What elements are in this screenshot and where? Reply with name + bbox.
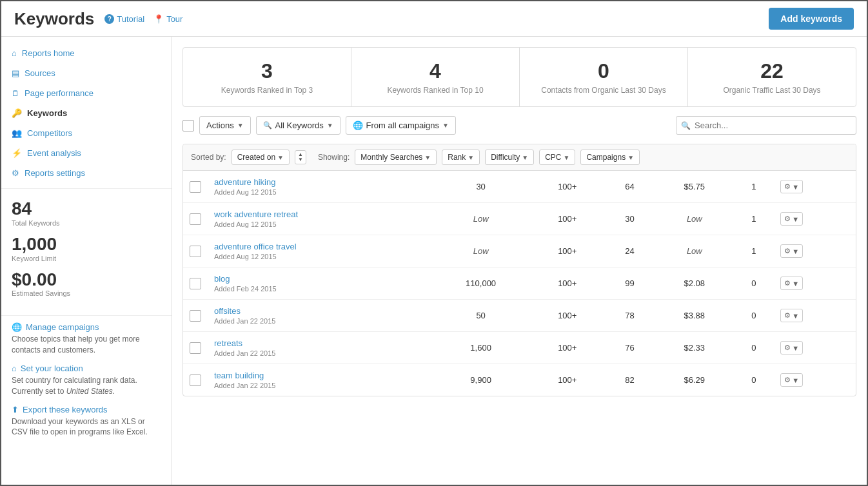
row-actions: ⚙ ▼ [774, 332, 856, 364]
sidebar-item-event-analysis[interactable]: ⚡ Event analysis [1, 143, 172, 163]
row-gear-button[interactable]: ⚙ ▼ [780, 212, 803, 226]
set-location-link[interactable]: ⌂ Set your location [12, 364, 161, 373]
keyword-cell: work adventure retreat Added Aug 12 2015 [208, 203, 431, 235]
row-gear-icon: ⚙ [784, 279, 791, 287]
select-all-checkbox[interactable] [182, 120, 194, 131]
table-row: adventure hiking Added Aug 12 2015 30 10… [183, 171, 856, 203]
row-checkbox[interactable] [190, 181, 201, 193]
sidebar-links: 🌐 Manage campaigns Choose topics that he… [1, 315, 172, 452]
contacts-label: Contacts from Organic Last 30 Days [526, 86, 681, 95]
difficulty-cell: 99 [604, 267, 656, 300]
sorted-by-arrow: ▼ [277, 154, 284, 161]
campaigns-cell: 0 [733, 267, 774, 300]
keyword-date: Added Aug 12 2015 [214, 220, 424, 228]
sidebar-item-keywords[interactable]: 🔑 Keywords [1, 103, 172, 123]
keyword-date: Added Jan 22 2015 [214, 382, 424, 389]
keyword-limit-label: Keyword Limit [12, 255, 161, 262]
campaign-filter-dropdown[interactable]: 🌐 From all campaigns ▼ [346, 116, 456, 135]
row-gear-button[interactable]: ⚙ ▼ [780, 341, 803, 355]
sidebar-label-reports-home: Reports home [22, 48, 75, 58]
keywords-table: adventure hiking Added Aug 12 2015 30 10… [183, 171, 856, 396]
row-checkbox[interactable] [190, 246, 201, 257]
sidebar: ⌂ Reports home ▤ Sources 🗒 Page performa… [1, 37, 172, 485]
sidebar-item-page-performance[interactable]: 🗒 Page performance [1, 83, 172, 103]
row-actions: ⚙ ▼ [774, 203, 856, 235]
sorted-by-dropdown[interactable]: Created on ▼ [232, 150, 290, 165]
traffic-label: Organic Traffic Last 30 Days [695, 86, 849, 95]
cpc-cell: Low [655, 235, 733, 267]
tutorial-label: Tutorial [117, 14, 144, 24]
stat-card-contacts: 0 Contacts from Organic Last 30 Days [520, 48, 688, 106]
campaigns-dropdown[interactable]: Campaigns ▼ [580, 150, 640, 165]
manage-campaigns-link[interactable]: 🌐 Manage campaigns [12, 322, 161, 332]
row-actions: ⚙ ▼ [774, 171, 856, 203]
keyword-link[interactable]: adventure office travel [214, 242, 297, 251]
sidebar-label-reports-settings: Reports settings [25, 168, 85, 178]
campaigns-cell: 0 [733, 332, 774, 364]
keyword-cell: team building Added Jan 22 2015 [208, 364, 431, 396]
row-checkbox[interactable] [190, 374, 201, 386]
pin-icon: 📍 [153, 14, 164, 24]
row-gear-button[interactable]: ⚙ ▼ [780, 180, 803, 193]
keyword-link[interactable]: retreats [214, 338, 242, 348]
table-row: team building Added Jan 22 2015 9,900 10… [183, 364, 856, 396]
key-icon: 🔑 [12, 108, 22, 118]
keyword-link[interactable]: offsites [214, 306, 241, 316]
keyword-link[interactable]: work adventure retreat [214, 209, 298, 219]
keyword-cell: adventure office travel Added Aug 12 201… [208, 235, 431, 267]
sidebar-item-reports-home[interactable]: ⌂ Reports home [1, 43, 172, 63]
row-gear-button[interactable]: ⚙ ▼ [780, 373, 803, 387]
top10-label: Keywords Ranked in Top 10 [358, 86, 513, 95]
monthly-searches-cell: 9,900 [431, 364, 531, 396]
search-input[interactable] [676, 116, 856, 135]
row-checkbox[interactable] [190, 278, 201, 289]
row-dropdown-arrow: ▼ [792, 183, 799, 191]
rank-cell: 100+ [531, 300, 604, 332]
sort-direction-toggle[interactable]: ▲ ▼ [295, 150, 306, 164]
set-location-item: ⌂ Set your location Set country for calc… [12, 364, 161, 397]
keyword-date: Added Feb 24 2015 [214, 285, 424, 293]
cpc-cell: $2.33 [655, 332, 733, 364]
row-dropdown-arrow: ▼ [792, 344, 799, 352]
cpc-cell: $6.29 [655, 364, 733, 396]
sort-row: Sorted by: Created on ▼ ▲ ▼ Showing: Mon… [183, 144, 856, 171]
cpc-dropdown[interactable]: CPC ▼ [539, 150, 575, 165]
add-keywords-button[interactable]: Add keywords [769, 8, 854, 30]
filter-keywords-dropdown[interactable]: 🔍 All Keywords ▼ [256, 116, 340, 135]
row-gear-icon: ⚙ [784, 215, 791, 223]
export-keywords-link[interactable]: ⬆ Export these keywords [12, 405, 161, 414]
row-checkbox[interactable] [190, 310, 201, 322]
row-gear-button[interactable]: ⚙ ▼ [780, 309, 803, 322]
row-gear-button[interactable]: ⚙ ▼ [780, 277, 803, 290]
sidebar-item-sources[interactable]: ▤ Sources [1, 63, 172, 83]
export-keywords-item: ⬆ Export these keywords Download your ke… [12, 405, 161, 438]
rank-cell: 100+ [531, 267, 604, 300]
difficulty-cell: 30 [604, 203, 656, 235]
row-dropdown-arrow: ▼ [792, 312, 799, 320]
difficulty-dropdown[interactable]: Difficulty ▼ [485, 150, 534, 165]
row-checkbox[interactable] [190, 213, 201, 225]
difficulty-cell: 24 [604, 235, 656, 267]
sidebar-item-competitors[interactable]: 👥 Competitors [1, 123, 172, 143]
sidebar-item-reports-settings[interactable]: ⚙ Reports settings [1, 163, 172, 183]
campaigns-cell: 0 [733, 300, 774, 332]
monthly-searches-dropdown[interactable]: Monthly Searches ▼ [355, 150, 437, 165]
keyword-link[interactable]: blog [214, 274, 230, 284]
cpc-cell: $5.75 [655, 171, 733, 203]
keyword-link[interactable]: adventure hiking [214, 177, 275, 187]
row-gear-button[interactable]: ⚙ ▼ [780, 244, 803, 258]
monthly-searches-cell: 30 [431, 171, 531, 203]
table-row: work adventure retreat Added Aug 12 2015… [183, 203, 856, 235]
actions-dropdown[interactable]: Actions ▼ [199, 116, 251, 135]
tour-link[interactable]: 📍 Tour [153, 14, 182, 24]
keyword-link[interactable]: team building [214, 371, 264, 380]
tutorial-link[interactable]: ? Tutorial [104, 14, 144, 24]
total-keywords-value: 84 [12, 199, 161, 219]
traffic-value: 22 [695, 59, 849, 83]
keyword-cell: blog Added Feb 24 2015 [208, 267, 431, 300]
main-content: 3 Keywords Ranked in Top 3 4 Keywords Ra… [172, 37, 867, 485]
page-title: Keywords [14, 9, 94, 29]
difficulty-cell: 78 [604, 300, 656, 332]
row-checkbox[interactable] [190, 342, 201, 354]
rank-dropdown[interactable]: Rank ▼ [442, 150, 480, 165]
